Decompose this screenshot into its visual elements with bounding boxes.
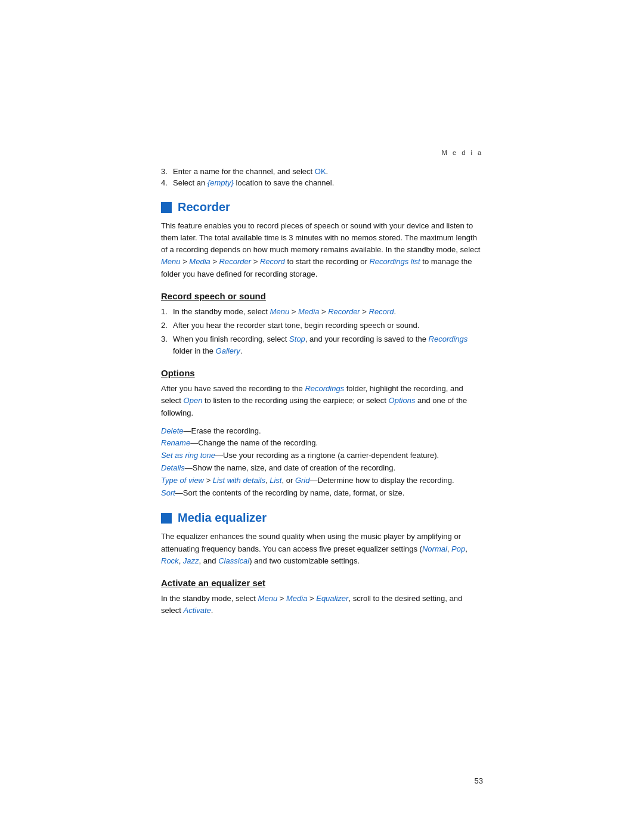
recordings-link-1[interactable]: Recordings (429, 335, 468, 343)
normal-link[interactable]: Normal (422, 544, 447, 553)
equalizer-link[interactable]: Equalizer (316, 594, 348, 603)
classical-link[interactable]: Classical (218, 556, 249, 565)
intro-step-3-text: Enter a name for the channel, and select (173, 167, 315, 176)
recordings-link-2[interactable]: Recordings (305, 384, 344, 393)
option-rename: Rename—Change the name of the recording. (161, 437, 483, 450)
ok-link[interactable]: OK (315, 167, 326, 176)
recorder-heading-square (161, 202, 172, 213)
menu-link-1[interactable]: Menu (161, 257, 181, 266)
intro-step-4-text: Select an (173, 178, 208, 187)
rock-link[interactable]: Rock (161, 556, 179, 565)
record-speech-heading: Record speech or sound (161, 291, 483, 301)
options-heading: Options (161, 368, 483, 378)
options-link[interactable]: Options (389, 396, 416, 405)
option-sort: Sort—Sort the contents of the recording … (161, 487, 483, 500)
recorder-link-2[interactable]: Recorder (328, 307, 360, 316)
recorder-body: This feature enables you to record piece… (161, 220, 483, 280)
list-link[interactable]: List (270, 476, 281, 485)
intro-step-4: Select an {empty} location to save the c… (161, 178, 483, 187)
option-set-as-ring-tone: Set as ring tone—Use your recording as a… (161, 450, 483, 462)
activate-heading: Activate an equalizer set (161, 578, 483, 588)
option-type-of-view: Type of view > List with details, List, … (161, 475, 483, 487)
media-equalizer-heading-text: Media equalizer (178, 511, 267, 525)
open-link[interactable]: Open (184, 396, 203, 405)
record-step-2: After you hear the recorder start tone, … (161, 320, 483, 332)
sort-link[interactable]: Sort (161, 488, 175, 497)
gallery-link[interactable]: Gallery (216, 346, 240, 355)
set-as-ring-tone-link[interactable]: Set as ring tone (161, 451, 215, 460)
recorder-heading-text: Recorder (178, 200, 230, 214)
media-link-3[interactable]: Media (286, 594, 307, 603)
empty-link[interactable]: {empty} (208, 178, 234, 187)
activate-link[interactable]: Activate (184, 606, 211, 615)
stop-link[interactable]: Stop (289, 335, 305, 343)
option-delete: Delete—Erase the recording. (161, 425, 483, 438)
option-details: Details—Show the name, size, and date of… (161, 462, 483, 475)
recorder-section-heading: Recorder (161, 200, 483, 214)
recordings-list-link[interactable]: Recordings list (369, 257, 420, 266)
jazz-link[interactable]: Jazz (183, 556, 199, 565)
rename-link[interactable]: Rename (161, 438, 190, 447)
grid-link[interactable]: Grid (295, 476, 310, 485)
activate-body: In the standby mode, select Menu > Media… (161, 593, 483, 617)
options-list: Delete—Erase the recording. Rename—Chang… (161, 425, 483, 500)
delete-link[interactable]: Delete (161, 426, 184, 435)
type-of-view-link[interactable]: Type of view (161, 476, 204, 485)
pop-link[interactable]: Pop (451, 544, 465, 553)
media-equalizer-body: The equalizer enhances the sound quality… (161, 531, 483, 566)
intro-step-3: Enter a name for the channel, and select… (161, 167, 483, 176)
record-step-1: In the standby mode, select Menu > Media… (161, 306, 483, 318)
menu-link-3[interactable]: Menu (258, 594, 278, 603)
record-link-2[interactable]: Record (369, 307, 394, 316)
menu-link-2[interactable]: Menu (270, 307, 290, 316)
list-with-details-link[interactable]: List with details (213, 476, 265, 485)
options-intro: After you have saved the recording to th… (161, 383, 483, 419)
media-link-2[interactable]: Media (298, 307, 319, 316)
page-number: 53 (475, 776, 483, 785)
record-speech-steps: In the standby mode, select Menu > Media… (161, 306, 483, 358)
record-step-3: When you finish recording, select Stop, … (161, 333, 483, 357)
header-label: M e d i a (442, 149, 483, 156)
intro-steps: Enter a name for the channel, and select… (161, 167, 483, 187)
page: M e d i a Enter a name for the channel, … (0, 0, 644, 833)
media-equalizer-heading-square (161, 513, 172, 524)
recorder-link-1[interactable]: Recorder (219, 257, 251, 266)
details-link[interactable]: Details (161, 463, 185, 472)
media-equalizer-section-heading: Media equalizer (161, 511, 483, 525)
record-link-1[interactable]: Record (260, 257, 285, 266)
media-link-1[interactable]: Media (189, 257, 210, 266)
